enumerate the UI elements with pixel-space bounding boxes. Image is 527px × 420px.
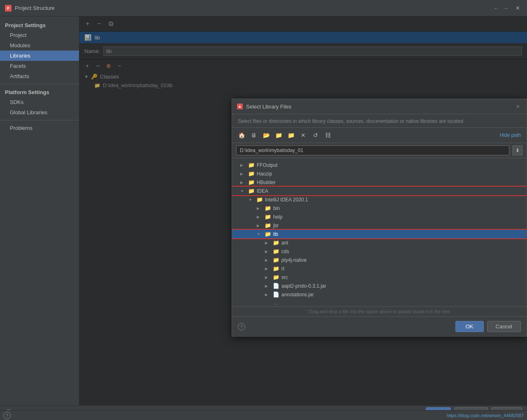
dialog-path-row: ⬇ (232, 143, 527, 158)
drag-hint: Drag and drop a file into the space abov… (232, 306, 527, 316)
dialog-new-folder-button[interactable]: 📁 (286, 130, 296, 140)
tree-item-name-rt: rt (281, 266, 284, 272)
folder-icon-ffoutput: 📁 (248, 162, 255, 168)
tree-item-name-pty4j: pty4j-native (281, 257, 306, 263)
nav-forward-arrow[interactable]: → (503, 5, 508, 12)
tree-toggle-idea: ▼ (240, 189, 246, 193)
tree-item-lib[interactable]: ▼ 📁 lib (232, 230, 527, 238)
folder-icon-help: 📁 (265, 214, 271, 220)
folder-icon-haozip: 📁 (248, 171, 255, 177)
dialog-refresh-button[interactable]: ↺ (310, 130, 321, 140)
dialog-path-expand-button[interactable]: ⬇ (513, 145, 522, 155)
tree-toggle-pty4j: ▶ (265, 258, 271, 262)
tree-item-name-cds: cds (281, 249, 289, 254)
tree-item-jbr[interactable]: ▶ 📁 jbr (232, 221, 527, 230)
dialog-title-bar: ■ Select Library Files × (232, 99, 527, 114)
dialog-subtitle: Select files or directories in which lib… (232, 114, 527, 128)
sidebar-item-facets[interactable]: Facets (0, 61, 79, 71)
tree-item-name-help: help (273, 214, 283, 220)
dialog-cancel-button[interactable]: Cancel (487, 321, 521, 332)
tree-item-ffoutput[interactable]: ▶ 📁 FFOutput (232, 161, 527, 169)
tree-item-name-intellij: IntelliJ IDEA 2020.1 (265, 197, 308, 203)
main-window: P Project Structure ← → × Project Settin… (0, 0, 527, 420)
project-settings-heading: Project Settings (0, 20, 79, 30)
window-title: Project Structure (15, 5, 55, 11)
dialog-toolbar: 🏠 🖥 📂 📁 📁 ✕ ↺ ⛓ Hide path (232, 128, 527, 143)
tree-item-name-haozip: Haozip (257, 171, 272, 177)
hide-path-button[interactable]: Hide path (498, 132, 522, 138)
tree-toggle-hbuilder: ▶ (240, 180, 246, 185)
dialog-folder-open-button[interactable]: 📂 (261, 130, 272, 140)
tree-item-annotations[interactable]: ▶ 📄 annotations.jar (232, 290, 527, 299)
folder-icon-jbr: 📁 (265, 222, 271, 228)
folder-icon-intellij: 📁 (256, 196, 263, 203)
dialog-title: Select Library Files (246, 104, 292, 110)
tree-item-idea[interactable]: ▼ 📁 IDEA (232, 187, 527, 195)
file-tree[interactable]: ▶ 📁 FFOutput ▶ 📁 Haozip ▶ (232, 158, 527, 306)
status-link[interactable]: https://blog.csdn.net/weixin_44682587 (447, 413, 524, 418)
dialog-delete-button[interactable]: ✕ (298, 130, 309, 140)
dialog-link-button[interactable]: ⛓ (323, 130, 333, 140)
tree-item-name-src: src (281, 275, 288, 280)
tree-item-ant[interactable]: ▶ 📁 ant (232, 238, 527, 247)
dialog-ok-button[interactable]: OK (455, 321, 484, 332)
folder-icon-rt: 📁 (273, 265, 279, 272)
tree-item-name-ffoutput: FFOutput (257, 162, 278, 168)
status-bar: ? https://blog.csdn.net/weixin_44682587 (0, 410, 527, 420)
status-help-button[interactable]: ? (3, 412, 11, 419)
dialog-help-button[interactable]: ? (238, 323, 245, 330)
select-library-dialog: ■ Select Library Files × Select files or… (232, 99, 527, 337)
folder-icon-idea: 📁 (248, 188, 255, 194)
dialog-title-left: ■ Select Library Files (237, 104, 292, 110)
platform-settings-heading: Platform Settings (0, 87, 79, 97)
tree-toggle-haozip: ▶ (240, 172, 246, 176)
dialog-bottom-buttons: OK Cancel (455, 321, 521, 332)
tree-item-src[interactable]: ▶ 📁 src (232, 273, 527, 282)
nav-back-arrow[interactable]: ← (494, 5, 499, 12)
folder-icon-pty4j: 📁 (273, 257, 279, 263)
sidebar-item-global-libraries[interactable]: Global Libraries (0, 107, 79, 118)
sidebar-item-libraries[interactable]: Libraries (0, 51, 79, 61)
folder-icon-hbuilder: 📁 (248, 179, 255, 185)
tree-item-more: ... (232, 299, 527, 306)
tree-item-name-annotations: annotations.jar (281, 292, 314, 298)
folder-icon-lib: 📁 (265, 231, 271, 237)
tree-item-pty4j-native[interactable]: ▶ 📁 pty4j-native (232, 256, 527, 264)
dialog-path-input[interactable] (236, 145, 509, 155)
sidebar-item-sdks[interactable]: SDKs (0, 97, 79, 107)
tree-toggle-lib: ▼ (257, 232, 262, 236)
dialog-title-icon: ■ (237, 104, 243, 109)
dialog-overlay: ■ Select Library Files × Select files or… (79, 16, 527, 405)
tree-item-intellij[interactable]: ▼ 📁 IntelliJ IDEA 2020.1 (232, 195, 527, 204)
sidebar-item-project[interactable]: Project (0, 30, 79, 40)
dialog-close-button[interactable]: × (514, 102, 522, 111)
tree-item-haozip[interactable]: ▶ 📁 Haozip (232, 169, 527, 178)
dialog-home-button[interactable]: 🏠 (236, 130, 247, 140)
tree-toggle-annotations: ▶ (265, 293, 271, 297)
tree-toggle-bin: ▶ (257, 206, 262, 210)
dialog-desktop-button[interactable]: 🖥 (248, 130, 259, 140)
window-close-button[interactable]: × (513, 4, 522, 13)
tree-item-hbuilder[interactable]: ▶ 📁 HBuilder (232, 178, 527, 187)
folder-icon-bin: 📁 (265, 205, 271, 211)
sidebar-item-problems[interactable]: Problems (0, 123, 79, 133)
tree-item-bin[interactable]: ▶ 📁 bin (232, 204, 527, 212)
tree-item-name-ant: ant (281, 240, 288, 246)
tree-item-name-aapt2: aapt2-proto-0.3.1.jar (281, 283, 326, 289)
sidebar-item-artifacts[interactable]: Artifacts (0, 71, 79, 81)
sidebar-divider-2 (0, 120, 79, 120)
tree-item-name-jbr: jbr (273, 223, 279, 228)
tree-item-name-idea: IDEA (257, 188, 268, 194)
tree-item-cds[interactable]: ▶ 📁 cds (232, 247, 527, 256)
tree-item-rt[interactable]: ▶ 📁 rt (232, 264, 527, 273)
tree-toggle-ant: ▶ (265, 241, 271, 245)
dialog-folder-up-button[interactable]: 📁 (273, 130, 284, 140)
tree-toggle-src: ▶ (265, 275, 271, 279)
file-icon-annotations: 📄 (273, 291, 279, 298)
tree-item-aapt2[interactable]: ▶ 📄 aapt2-proto-0.3.1.jar (232, 282, 527, 290)
tree-item-help[interactable]: ▶ 📁 help (232, 212, 527, 221)
tree-toggle-jbr: ▶ (257, 224, 262, 228)
sidebar-item-modules[interactable]: Modules (0, 40, 79, 51)
app-icon: P (5, 5, 12, 12)
folder-icon-ant: 📁 (273, 240, 279, 246)
